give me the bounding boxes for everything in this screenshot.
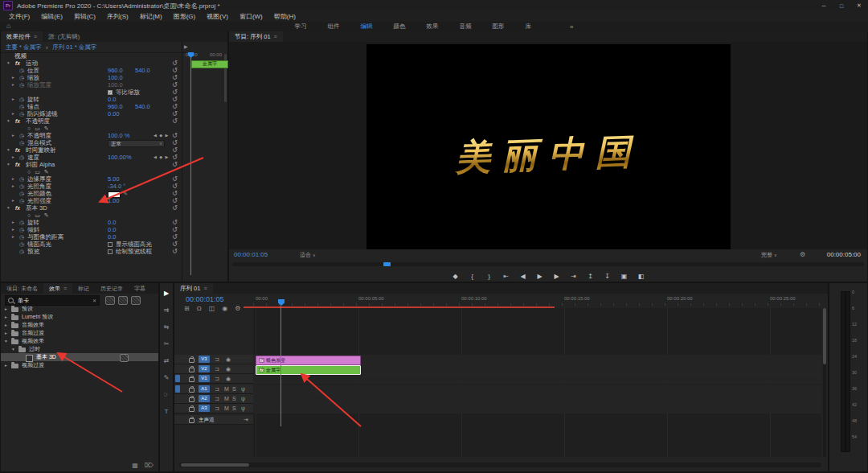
twirl-icon[interactable]: ▾ bbox=[7, 117, 10, 125]
menu-item-6[interactable]: 视图(V) bbox=[201, 12, 234, 21]
close-button[interactable]: ✕ bbox=[850, 0, 868, 11]
checkbox[interactable] bbox=[108, 249, 113, 254]
reset-param-icon[interactable]: ↺ bbox=[172, 110, 178, 117]
home-icon[interactable]: ⌂ bbox=[6, 22, 10, 30]
reset-param-icon[interactable]: ↺ bbox=[172, 132, 178, 139]
twirl-icon[interactable]: ▾ bbox=[7, 204, 10, 212]
twirl-icon[interactable]: ▸ bbox=[12, 96, 14, 103]
workspace-overflow-icon[interactable]: » bbox=[570, 23, 573, 31]
menu-item-2[interactable]: 剪辑(C) bbox=[68, 12, 101, 21]
reset-param-icon[interactable]: ↺ bbox=[172, 74, 178, 81]
timeline-clip-银色渐变[interactable]: fx银色渐变 bbox=[256, 356, 361, 365]
stopwatch-icon[interactable]: ◷ bbox=[19, 190, 24, 197]
type-tool[interactable]: T bbox=[160, 408, 173, 415]
program-timecode[interactable]: 00:00:01:05 bbox=[234, 251, 268, 258]
reset-param-icon[interactable]: ↺ bbox=[172, 103, 178, 110]
reset-param-icon[interactable]: ↺ bbox=[172, 175, 178, 183]
twirl-icon[interactable]: ▾ bbox=[7, 146, 10, 154]
go-to-out-button[interactable]: ⇥ bbox=[569, 273, 579, 280]
menu-item-4[interactable]: 标记(M) bbox=[134, 12, 168, 21]
twirl-icon[interactable]: ▸ bbox=[5, 321, 7, 329]
snap-toggle[interactable]: Ω bbox=[197, 305, 202, 312]
menu-item-1[interactable]: 编辑(E) bbox=[35, 12, 68, 21]
ripple-edit-tool[interactable]: ⇆ bbox=[160, 323, 173, 331]
param-value[interactable]: 100.0 % bbox=[108, 132, 130, 139]
sync-lock-icon[interactable]: ⊐ bbox=[215, 404, 219, 413]
reset-effect-icon[interactable]: ↺ bbox=[172, 204, 178, 212]
stopwatch-icon[interactable]: ◷ bbox=[19, 197, 24, 204]
track-target-button[interactable]: A2 bbox=[199, 395, 210, 402]
effect-name[interactable]: 运动 bbox=[26, 60, 38, 67]
panel-menu-icon[interactable]: ≡ bbox=[34, 34, 37, 39]
param-value[interactable]: 0.0 bbox=[108, 96, 116, 103]
menu-item-7[interactable]: 窗口(W) bbox=[234, 12, 268, 21]
reset-effect-icon[interactable]: ↺ bbox=[172, 146, 178, 154]
twirl-icon[interactable]: ▸ bbox=[12, 175, 14, 183]
search-input[interactable] bbox=[16, 297, 92, 304]
sync-lock-icon[interactable]: ⊐ bbox=[215, 385, 219, 393]
workspace-tab-5[interactable]: 音频 bbox=[460, 23, 472, 31]
sync-lock-icon[interactable]: ⊐ bbox=[215, 394, 219, 403]
workspace-tab-3[interactable]: 颜色 bbox=[394, 23, 406, 31]
project-tab-4[interactable]: 字幕 bbox=[129, 283, 151, 294]
twirl-icon[interactable]: ▾ bbox=[7, 60, 10, 67]
solo-track-button[interactable]: S bbox=[232, 404, 236, 413]
solo-track-button[interactable]: S bbox=[232, 385, 236, 393]
project-tab-2[interactable]: 标记 bbox=[72, 283, 95, 294]
stopwatch-icon[interactable]: ◷ bbox=[19, 233, 24, 241]
reset-effect-icon[interactable]: ↺ bbox=[172, 60, 178, 67]
tree-item-Lumetri 预设[interactable]: ▸Lumetri 预设 bbox=[1, 313, 158, 321]
tree-item-基本 3D[interactable]: 基本 3D bbox=[1, 353, 158, 361]
lock-icon[interactable] bbox=[189, 388, 194, 393]
stopwatch-icon[interactable]: ◷ bbox=[19, 219, 24, 226]
mini-clip-bar[interactable]: 金属字 bbox=[191, 60, 228, 68]
reset-param-icon[interactable]: ↺ bbox=[172, 88, 178, 96]
param-value[interactable]: 0.0 bbox=[108, 219, 116, 226]
playback-resolution-select[interactable]: 完整 ∨ bbox=[761, 251, 777, 259]
twirl-icon[interactable]: ▸ bbox=[5, 329, 7, 337]
tree-item-视频过渡[interactable]: ▸视频过渡 bbox=[1, 361, 158, 369]
clear-search-icon[interactable]: ✕ bbox=[92, 298, 99, 303]
lock-icon[interactable] bbox=[189, 358, 194, 363]
panel-menu-icon[interactable]: ≡ bbox=[203, 286, 207, 291]
program-seek-bar[interactable] bbox=[232, 262, 864, 266]
slip-tool[interactable]: ⇄ bbox=[160, 357, 173, 364]
program-monitor-tab[interactable]: 节目: 序列 01 ≡ bbox=[229, 31, 283, 42]
twirl-icon[interactable]: ▸ bbox=[5, 313, 7, 321]
keyframe-nav-icons[interactable]: ◀ ◆ ▶ bbox=[154, 154, 169, 161]
stopwatch-icon[interactable]: ◷ bbox=[19, 110, 24, 117]
ellipse-mask-icon[interactable]: ○ bbox=[27, 212, 35, 218]
stopwatch-icon[interactable]: ◷ bbox=[19, 139, 24, 146]
maximize-button[interactable]: □ bbox=[833, 0, 850, 11]
insert-overwrite-nest-toggle[interactable]: ⊞ bbox=[184, 305, 190, 312]
param-value[interactable]: 960.0 bbox=[108, 67, 123, 74]
tree-item-视频效果[interactable]: ▾视频效果 bbox=[1, 337, 158, 345]
stopwatch-icon[interactable]: ◷ bbox=[19, 226, 24, 233]
stopwatch-icon[interactable]: ◷ bbox=[19, 183, 24, 190]
checkbox[interactable] bbox=[108, 242, 113, 247]
settings-wrench-icon[interactable]: ⚙ bbox=[800, 251, 805, 258]
export-frame-button[interactable]: ▣ bbox=[620, 273, 629, 280]
rect-mask-icon[interactable]: ▭ bbox=[35, 169, 44, 175]
reset-param-icon[interactable]: ↺ bbox=[172, 139, 178, 146]
track-target-button[interactable]: A3 bbox=[199, 405, 210, 412]
step-forward-button[interactable]: ▶ bbox=[552, 273, 562, 280]
stopwatch-icon[interactable]: ◷ bbox=[19, 154, 24, 161]
reset-param-icon[interactable]: ↺ bbox=[172, 197, 178, 204]
param-value[interactable]: 100.00% bbox=[108, 154, 132, 161]
sequence-tab[interactable]: 序列 01 ≡ bbox=[174, 283, 213, 294]
param-value[interactable]: 0.0 bbox=[108, 226, 116, 233]
toggle-track-output-icon[interactable]: ◉ bbox=[226, 355, 231, 364]
mic-icon[interactable]: ψ bbox=[241, 385, 245, 393]
twirl-icon[interactable]: ▸ bbox=[12, 233, 14, 241]
tree-item-音频效果[interactable]: ▸音频效果 bbox=[1, 321, 158, 329]
toggle-track-output-icon[interactable]: ◉ bbox=[226, 374, 231, 383]
sync-lock-icon[interactable]: ⊐ bbox=[215, 364, 219, 373]
effect-controls-tab-1[interactable]: 源: (无剪辑) bbox=[43, 31, 85, 42]
effect-name[interactable]: 不透明度 bbox=[26, 117, 50, 125]
mute-track-button[interactable]: M bbox=[224, 404, 229, 413]
workspace-tab-4[interactable]: 效果 bbox=[427, 23, 439, 31]
timeline-timecode[interactable]: 00:00:01:05 bbox=[186, 295, 224, 303]
twirl-icon[interactable]: ▸ bbox=[5, 361, 7, 369]
timeline-settings-button[interactable]: ⚙ bbox=[235, 305, 240, 312]
